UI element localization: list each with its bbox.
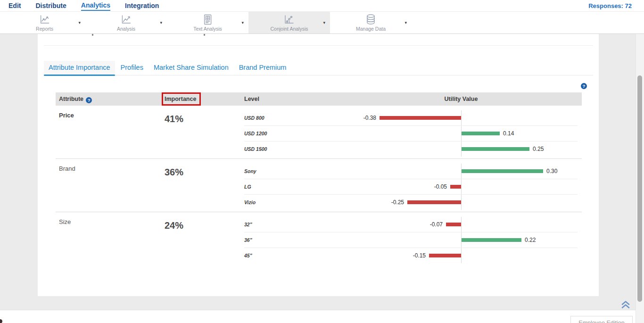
nav-item-edit[interactable]: Edit (8, 1, 21, 10)
tab-market-share-simulation[interactable]: Market Share Simulation (149, 61, 233, 75)
level-rows: 32"-0.0736"0.2245"-0.15 (244, 217, 578, 263)
header-level: Level (244, 96, 259, 102)
level-row: Vizio-0.25 (244, 195, 578, 210)
level-label: 32" (244, 222, 252, 227)
level-label: 36" (244, 237, 252, 243)
toolbar-group-reports: Reports▾ (4, 12, 85, 33)
level-row: LG-0.05 (244, 179, 578, 195)
utility-value: 0.25 (533, 146, 544, 152)
level-label: Vizio (244, 199, 256, 205)
tab-profiles[interactable]: Profiles (116, 61, 148, 75)
highlight-box-importance (162, 92, 201, 106)
utility-bar (407, 200, 461, 204)
level-row: Sony0.30 (244, 164, 578, 179)
divider (44, 45, 593, 46)
level-row: USD 800-0.38 (244, 110, 578, 126)
content-card: Attribute ImportanceProfilesMarket Share… (38, 34, 599, 296)
level-rows: USD 800-0.38USD 12000.14USD 15000.25 (244, 110, 578, 157)
vertical-scrollbar[interactable] (636, 28, 644, 323)
toolbar-group-conjoint-analysis: Conjoint Analysis▾ (248, 12, 330, 33)
zero-axis-line (461, 248, 462, 263)
toolbar-button-analysis[interactable]: Analysis (117, 14, 135, 32)
corner-artifact (0, 319, 2, 323)
utility-value: 0.30 (546, 168, 557, 174)
attribute-name: Brand (59, 165, 75, 172)
toolbar-button-text-analysis[interactable]: Text Analysis (193, 14, 222, 32)
bottom-bar (0, 310, 636, 323)
zero-axis-line (461, 217, 462, 232)
toolbar-button-reports[interactable]: Reports (36, 14, 53, 32)
text-analysis-icon (202, 14, 213, 25)
utility-bar (380, 116, 461, 120)
toolbar-button-label: Conjoint Analysis (271, 26, 308, 32)
scrollbar-thumb[interactable] (637, 75, 642, 302)
header-attribute: Attribute? (59, 96, 92, 103)
attribute-importance-table: Attribute? Importance Level Utility Valu… (56, 92, 582, 265)
utility-bar (462, 169, 543, 173)
toolbar-group-manage-data: Manage Data▾ (330, 12, 412, 33)
clipped-text-artifact (92, 34, 93, 36)
database-icon (365, 14, 376, 25)
reports-chart-icon (38, 14, 50, 25)
toolbar-group-text-analysis: Text Analysis▾ (167, 12, 248, 33)
utility-value: 0.22 (525, 237, 536, 243)
analysis-chart-icon (120, 14, 132, 25)
attribute-group-price: Price41%USD 800-0.38USD 12000.14USD 1500… (56, 106, 582, 159)
toolbar-button-label: Manage Data (356, 26, 386, 32)
importance-value: 41% (165, 114, 183, 124)
nav-item-integration[interactable]: Integration (125, 1, 159, 10)
level-row: 32"-0.07 (244, 217, 578, 232)
utility-bar (462, 132, 500, 135)
level-label: USD 1500 (244, 146, 267, 152)
toolbar-button-label: Analysis (117, 26, 135, 32)
nav-item-analytics[interactable]: Analytics (81, 1, 110, 11)
level-row: 36"0.22 (244, 232, 578, 248)
dropdown-caret-icon[interactable]: ▾ (321, 18, 327, 27)
utility-bar (446, 223, 461, 226)
nav-items: EditDistributeAnalyticsIntegration (8, 1, 173, 11)
level-label: 45" (244, 253, 252, 258)
conjoint-tabs: Attribute ImportanceProfilesMarket Share… (44, 61, 593, 75)
toolbar-button-manage-data[interactable]: Manage Data (356, 14, 386, 32)
utility-value: -0.25 (391, 199, 404, 206)
toolbar-button-label: Reports (36, 26, 53, 32)
help-icon[interactable]: ? (581, 83, 587, 89)
clipped-text-artifact (204, 34, 205, 36)
toolbar-button-conjoint-analysis[interactable]: Conjoint Analysis (271, 14, 308, 32)
header-utility-value: Utility Value (428, 96, 494, 102)
attribute-name: Price (59, 112, 74, 119)
utility-bar (462, 238, 521, 242)
dropdown-caret-icon[interactable]: ▾ (158, 18, 164, 27)
utility-value: -0.05 (434, 183, 447, 190)
dropdown-caret-icon[interactable]: ▾ (76, 18, 83, 27)
help-icon[interactable]: ? (86, 97, 92, 103)
utility-value: -0.07 (430, 221, 443, 228)
attribute-group-size: Size24%32"-0.0736"0.2245"-0.15 (56, 212, 582, 265)
level-rows: Sony0.30LG-0.05Vizio-0.25 (244, 164, 578, 210)
importance-value: 24% (165, 220, 183, 231)
level-row: USD 15000.25 (244, 141, 578, 157)
table-header-row: Attribute? Importance Level Utility Valu… (56, 92, 582, 106)
level-label: USD 1200 (244, 131, 267, 136)
responses-count-link[interactable]: Responses: 72 (588, 2, 632, 9)
analytics-toolbar: Reports▾Analysis▾Text Analysis▾Conjoint … (0, 12, 644, 34)
utility-bar (462, 147, 529, 151)
utility-value: -0.15 (413, 252, 426, 259)
conjoint-analysis-icon (283, 14, 296, 25)
dropdown-caret-icon[interactable]: ▾ (403, 18, 409, 27)
edition-badge: Employee Edition (570, 316, 633, 323)
toolbar-group-analysis: Analysis▾ (85, 12, 167, 33)
tab-brand-premium[interactable]: Brand Premium (234, 61, 291, 75)
nav-item-distribute[interactable]: Distribute (35, 1, 66, 10)
level-row: 45"-0.15 (244, 248, 578, 263)
zero-axis-line (461, 110, 462, 125)
zero-axis-line (461, 179, 462, 194)
utility-bar (450, 185, 461, 189)
attribute-group-brand: Brand36%Sony0.30LG-0.05Vizio-0.25 (56, 159, 582, 212)
utility-bar (429, 254, 461, 257)
top-navigation: EditDistributeAnalyticsIntegration Respo… (0, 0, 644, 12)
level-label: LG (244, 184, 251, 190)
level-row: USD 12000.14 (244, 126, 578, 141)
dropdown-caret-icon[interactable]: ▾ (239, 18, 246, 27)
tab-attribute-importance[interactable]: Attribute Importance (44, 61, 115, 75)
